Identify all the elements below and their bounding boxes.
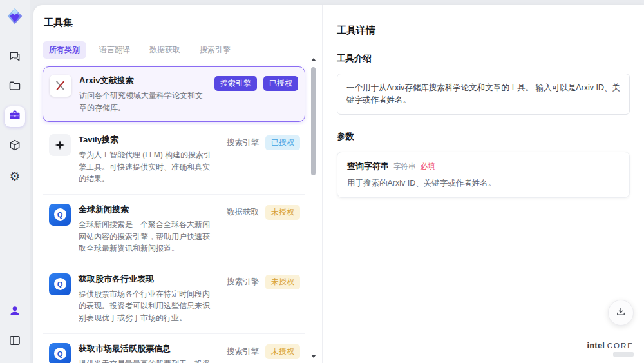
tool-card-body: 获取股市各行业表现 提供股票市场各个行业在特定时间段内的表现。投资者可以利用这些… — [79, 273, 219, 324]
tool-card-global-news[interactable]: Q 全球新闻搜索 全球新闻搜索是一个聚合全球各大新闻网站内容的搜索引擎，帮助用户… — [43, 195, 305, 264]
folder-icon — [8, 79, 21, 95]
tab-data-acquisition[interactable]: 数据获取 — [143, 41, 187, 59]
news-search-app-icon: Q — [49, 343, 71, 363]
tool-details-panel: 工具详情 工具介绍 一个用于从Arxiv存储库搜索科学论文和文章的工具。 输入可… — [322, 5, 644, 363]
layout-panel-icon — [8, 334, 21, 349]
tool-card-body: Tavily搜索 专为人工智能代理 (LLM) 构建的搜索引擎工具。可快速提供实… — [79, 134, 219, 185]
tool-title: Tavily搜索 — [79, 134, 215, 146]
tab-all-categories[interactable]: 所有类别 — [43, 41, 86, 59]
sidebar-item-files[interactable] — [5, 77, 25, 97]
tool-card-body: Arxiv文献搜索 访问各个研究领域大量科学论文和文章的存储库。 — [79, 75, 207, 113]
cube-icon — [8, 139, 21, 154]
status-badge: 未授权 — [265, 275, 300, 289]
download-icon — [615, 306, 627, 320]
core-word: core — [607, 342, 634, 349]
category-label: 搜索引擎 — [227, 344, 259, 357]
q-glyph: Q — [54, 278, 66, 290]
category-label: 搜索引擎 — [227, 275, 259, 288]
tool-badges: 搜索引擎 未授权 — [227, 275, 300, 289]
parameter-type: 字符串 — [393, 162, 416, 172]
q-glyph: Q — [54, 348, 66, 360]
parameter-card: 查询字符串 字符串 必填 用于搜索的Arxiv ID、关键字或作者姓名。 — [337, 152, 630, 198]
tool-badges: 搜索引擎 未授权 — [227, 344, 300, 359]
tool-card-body: 获取市场最活跃股票信息 提供当天交易量最高的股票列表，投资者可以利用这些信息来识… — [79, 343, 219, 363]
user-icon — [8, 304, 21, 320]
page-title: 工具集 — [44, 17, 305, 29]
main-panel: 工具集 所有类别 语言翻译 数据获取 搜索引擎 A — [33, 5, 644, 363]
app-window: ⚙ 工具集 所有类别 — [0, 0, 644, 363]
status-badge: 未授权 — [265, 205, 300, 220]
intro-text-box: 一个用于从Arxiv存储库搜索科学论文和文章的工具。 输入可以是Arxiv ID… — [337, 74, 630, 115]
tab-language-translation[interactable]: 语言翻译 — [93, 41, 137, 59]
tavily-star-icon — [49, 134, 71, 156]
tool-badges: 搜索引擎 已授权 — [214, 76, 298, 91]
parameter-header: 查询字符串 字符串 必填 — [347, 161, 620, 172]
tool-description: 提供股票市场各个行业在特定时间段内的表现。投资者可以利用这些信息来识别表现优于或… — [79, 288, 215, 324]
intel-core-wordmark: intel core — [587, 340, 634, 350]
sidebar-item-profile[interactable] — [5, 302, 25, 322]
arxiv-logo-icon — [50, 75, 71, 97]
sidebar-item-chat[interactable] — [5, 47, 25, 68]
sidebar: ⚙ — [0, 0, 30, 363]
sidebar-item-settings[interactable]: ⚙ — [5, 166, 25, 186]
tool-card-active-stocks[interactable]: Q 获取市场最活跃股票信息 提供当天交易量最高的股票列表，投资者可以利用这些信息… — [43, 334, 305, 363]
parameter-name: 查询字符串 — [347, 161, 389, 172]
parameter-description: 用于搜索的Arxiv ID、关键字或作者姓名。 — [347, 178, 620, 189]
params-heading: 参数 — [337, 131, 630, 142]
sidebar-item-toolbox[interactable] — [5, 106, 25, 127]
details-title: 工具详情 — [337, 25, 630, 37]
tool-card-list: Arxiv文献搜索 访问各个研究领域大量科学论文和文章的存储库。 搜索引擎 已授… — [43, 66, 305, 363]
tool-badges: 搜索引擎 已授权 — [227, 135, 300, 150]
intel-core-logo: intel core — [587, 340, 634, 357]
status-badge: 已授权 — [263, 76, 298, 91]
tool-card-tavily[interactable]: Tavily搜索 专为人工智能代理 (LLM) 构建的搜索引擎工具。可快速提供实… — [43, 125, 305, 195]
toolbox-icon — [8, 109, 21, 124]
tab-search-engine[interactable]: 搜索引擎 — [193, 41, 237, 59]
category-badge: 搜索引擎 — [214, 76, 257, 91]
category-tabs: 所有类别 语言翻译 数据获取 搜索引擎 — [43, 41, 305, 59]
tool-list-column: 工具集 所有类别 语言翻译 数据获取 搜索引擎 A — [33, 5, 322, 363]
sidebar-item-panel-toggle[interactable] — [5, 331, 25, 352]
scroll-down-arrow-icon[interactable] — [311, 355, 316, 358]
scrollbar-thumb[interactable] — [311, 67, 316, 175]
brand-subtext-bar — [613, 352, 634, 357]
tool-title: Arxiv文献搜索 — [79, 75, 203, 86]
parameter-required-flag: 必填 — [421, 162, 435, 172]
tool-description: 专为人工智能代理 (LLM) 构建的搜索引擎工具。可快速提供实时、准确和真实的结… — [79, 149, 215, 185]
tool-title: 全球新闻搜索 — [79, 204, 215, 215]
intel-word: intel — [587, 340, 605, 350]
status-badge: 未授权 — [265, 344, 300, 359]
status-badge: 已授权 — [265, 135, 300, 150]
q-glyph: Q — [54, 208, 66, 221]
app-logo-gem-icon — [4, 5, 26, 27]
scroll-up-arrow-icon[interactable] — [311, 58, 316, 61]
chat-icon — [8, 50, 21, 65]
tool-card-body: 全球新闻搜索 全球新闻搜索是一个聚合全球各大新闻网站内容的搜索引擎，帮助用户快速… — [79, 204, 219, 255]
tool-description: 提供当天交易量最高的股票列表，投资者可以利用这些信息来识别流动性强的股票和潜在的… — [79, 358, 215, 363]
sidebar-item-packages[interactable] — [5, 136, 25, 157]
tool-card-arxiv[interactable]: Arxiv文献搜索 访问各个研究领域大量科学论文和文章的存储库。 搜索引擎 已授… — [43, 66, 305, 122]
tool-description: 访问各个研究领域大量科学论文和文章的存储库。 — [79, 90, 203, 113]
gear-icon: ⚙ — [9, 170, 20, 182]
news-search-app-icon: Q — [49, 204, 71, 226]
category-label: 数据获取 — [227, 205, 259, 218]
download-button[interactable] — [608, 300, 634, 326]
tool-card-stock-sectors[interactable]: Q 获取股市各行业表现 提供股票市场各个行业在特定时间段内的表现。投资者可以利用… — [43, 264, 305, 334]
list-scrollbar[interactable] — [310, 58, 316, 358]
category-label: 搜索引擎 — [227, 135, 259, 148]
tool-badges: 数据获取 未授权 — [227, 205, 300, 220]
tool-description: 全球新闻搜索是一个聚合全球各大新闻网站内容的搜索引擎，帮助用户快速获取全球最新资… — [79, 219, 215, 255]
tool-title: 获取股市各行业表现 — [79, 273, 215, 285]
tool-title: 获取市场最活跃股票信息 — [79, 343, 215, 355]
intro-heading: 工具介绍 — [337, 53, 630, 64]
news-search-app-icon: Q — [49, 273, 71, 295]
